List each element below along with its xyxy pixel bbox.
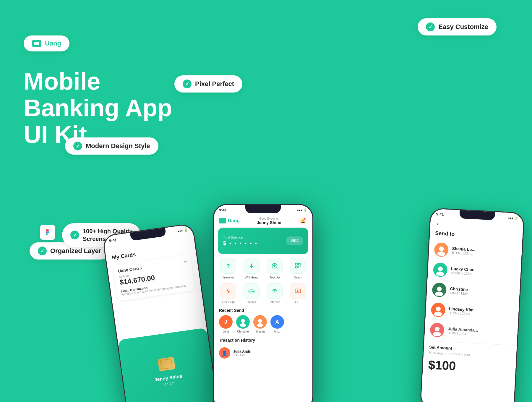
- badge-pixel-perfect: Pixel Perfect: [174, 75, 242, 93]
- set-amount-section: Set Amount How much money will you... $1…: [423, 341, 517, 376]
- phone-right-content: ← Send to Shania Lu... BTPN | 1234... Lu…: [423, 216, 523, 377]
- recent-send-title: Recent Send: [214, 306, 312, 315]
- svg-point-15: [438, 266, 443, 271]
- trans-time: 7:15 AM: [233, 354, 307, 357]
- card-item: Uang Card 1 ✏ Balance $14,670.00 Limit T…: [113, 255, 195, 301]
- recent-avatar-julia[interactable]: J Julia: [219, 315, 233, 333]
- action-transfer[interactable]: Transfer: [220, 258, 236, 279]
- svg-point-9: [241, 319, 245, 323]
- app-logo-icon: [219, 218, 226, 223]
- contact-avatar-lucky: [433, 262, 448, 277]
- badge-pixel-label: Pixel Perfect: [195, 80, 234, 88]
- greeting: Good Evening,: [257, 217, 281, 220]
- scan-label: Scan: [294, 275, 301, 279]
- recent-avatar-shania[interactable]: Shania: [253, 315, 267, 333]
- logo-pill: Uang: [24, 35, 69, 51]
- check-icon-easy: [426, 22, 435, 31]
- service-games[interactable]: Games: [244, 283, 259, 304]
- action-scan[interactable]: Scan: [290, 258, 306, 279]
- total-balance-label: Total Balance: [223, 236, 258, 239]
- notification-bell[interactable]: 🔔: [298, 216, 307, 225]
- avatar-ani[interactable]: A: [270, 315, 284, 329]
- svg-point-10: [240, 323, 246, 327]
- contact-info-shania: Shania Lu... BTPN | 1234...: [452, 246, 476, 256]
- badge-easy-label: Easy Customize: [438, 23, 488, 31]
- svg-point-20: [434, 312, 442, 316]
- avatar-shania[interactable]: [253, 315, 267, 329]
- svg-point-17: [437, 286, 442, 291]
- avatar-christine[interactable]: [236, 315, 250, 329]
- avatar-label-shania: Shania: [255, 330, 265, 333]
- svg-point-21: [435, 327, 440, 332]
- scan-button[interactable]: [290, 258, 306, 274]
- transfer-button[interactable]: [220, 258, 236, 274]
- electricity-button[interactable]: [220, 283, 236, 299]
- topup-button[interactable]: [267, 258, 283, 274]
- svg-point-11: [258, 319, 262, 323]
- heading-line2: Banking App: [24, 94, 172, 121]
- card-chip: [158, 356, 175, 371]
- card-holder: Jenny Shine: [154, 373, 182, 382]
- badge-modern-label: Modern Design Style: [86, 142, 150, 150]
- edit-icon: ✏: [183, 259, 187, 264]
- card-expiry: 04/27: [164, 381, 174, 387]
- topup-label: Top Up: [270, 275, 280, 279]
- green-card: Jenny Shine 04/27: [118, 328, 217, 402]
- phone-left: 9:41 ●●● 🔋 My Cards Uang Card 1 ✏ Balanc…: [102, 223, 218, 402]
- recent-avatar-ani[interactable]: A Ani...: [270, 315, 284, 333]
- phone-right: 9:41 ●●● 🔋 ← Send to Shania Lu... BTPN |…: [420, 208, 525, 402]
- logo-icon: [32, 40, 41, 47]
- contact-bank-christine: CIMB | 1234...: [450, 291, 471, 296]
- avatar-julia[interactable]: J: [219, 315, 233, 329]
- svg-rect-2: [299, 263, 300, 265]
- phone-left-content: My Cards Uang Card 1 ✏ Balance $14,670.0…: [104, 231, 202, 311]
- logo-text: Uang: [45, 40, 61, 47]
- avatar-label-ani: Ani...: [274, 330, 281, 333]
- amount-display: $100: [428, 358, 511, 376]
- transfer-label: Transfer: [222, 275, 234, 279]
- action-topup[interactable]: Top Up: [267, 258, 283, 279]
- contact-info-christine: Christine CIMB | 1234...: [450, 286, 471, 296]
- internet-button[interactable]: [267, 283, 283, 299]
- contact-avatar-lindsey: [431, 302, 446, 317]
- service-cinema[interactable]: Ci...: [290, 283, 306, 304]
- check-icon-organized: [38, 247, 47, 255]
- withdraw-label: Withdraw: [245, 275, 258, 279]
- games-button[interactable]: [244, 283, 259, 299]
- phone-center: 9:41 ●●● 🔋 Uang Good Evening, Jenny Shin…: [213, 204, 313, 402]
- check-icon-modern: [73, 142, 82, 150]
- svg-point-14: [437, 251, 445, 256]
- balance-card: Total Balance $ • • • • • • VISA: [218, 228, 308, 254]
- contact-avatar-julia-amanda: [430, 322, 445, 337]
- services-row: Electricity Games: [214, 281, 312, 306]
- contact-avatar-shania: [434, 242, 449, 257]
- transaction-history-title: Trasaction History: [214, 336, 312, 345]
- phone-right-status-icons: ●●● 🔋: [508, 216, 518, 220]
- trans-avatar: 👤: [219, 347, 230, 359]
- service-electricity[interactable]: Electricity: [220, 283, 236, 304]
- badge-easy-customize: Easy Customize: [418, 18, 497, 35]
- notification-dot: [304, 218, 306, 220]
- svg-point-6: [253, 291, 254, 292]
- withdraw-button[interactable]: [244, 258, 259, 274]
- cinema-button[interactable]: [290, 283, 306, 299]
- service-internet[interactable]: Internet: [267, 283, 283, 304]
- internet-label: Internet: [270, 301, 280, 304]
- recent-avatar-christine[interactable]: Christine: [236, 315, 250, 333]
- app-header: Uang Good Evening, Jenny Shine 🔔: [214, 215, 312, 228]
- balance-card-left: Total Balance $ • • • • • •: [223, 236, 258, 247]
- svg-point-19: [436, 307, 441, 312]
- app-logo-small: Uang: [219, 218, 240, 223]
- action-withdraw[interactable]: Withdraw: [244, 258, 259, 279]
- electricity-label: Electricity: [222, 301, 235, 304]
- user-name: Jenny Shine: [257, 220, 281, 225]
- figma-icon: [40, 225, 55, 240]
- contact-avatar-christine: [432, 282, 447, 297]
- phone-center-content: Uang Good Evening, Jenny Shine 🔔 Total B…: [214, 212, 312, 361]
- avatar-label-christine: Christine: [237, 330, 249, 333]
- svg-point-5: [252, 291, 253, 292]
- svg-rect-3: [296, 266, 297, 268]
- contact-info-julia-amanda: Julia Amanda... BTPN | 1234...: [447, 326, 478, 336]
- svg-point-22: [433, 332, 441, 336]
- trans-info: Julia Andri 7:15 AM: [233, 349, 307, 357]
